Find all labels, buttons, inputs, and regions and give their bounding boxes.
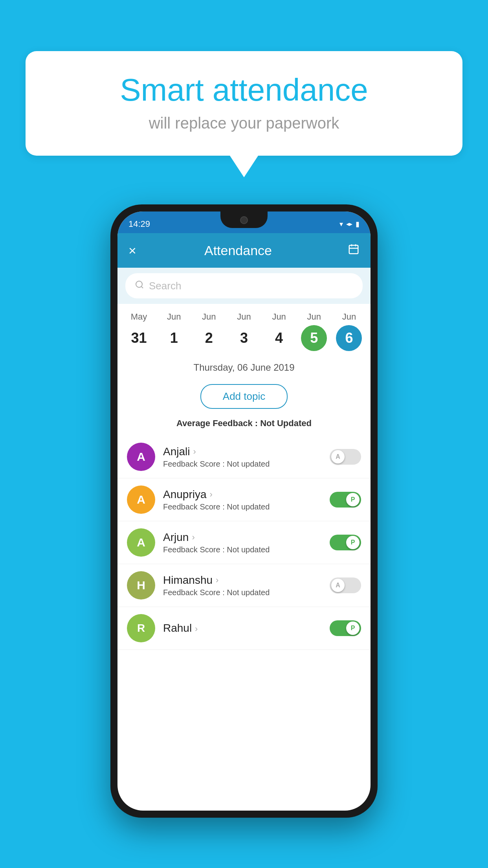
- cal-day-3[interactable]: Jun 3: [228, 312, 260, 351]
- search-bar-container: Search: [117, 268, 371, 304]
- attendance-toggle-anupriya[interactable]: P: [330, 492, 361, 508]
- cal-month-5: Jun: [307, 312, 321, 322]
- student-feedback-anjali: Feedback Score : Not updated: [163, 460, 322, 469]
- cal-date-4[interactable]: 4: [266, 325, 292, 351]
- student-info-anjali: Anjali › Feedback Score : Not updated: [163, 445, 322, 469]
- cal-month-0: May: [131, 312, 147, 322]
- add-topic-button[interactable]: Add topic: [200, 384, 288, 409]
- student-info-arjun: Arjun › Feedback Score : Not updated: [163, 531, 322, 554]
- toggle-partial[interactable]: P: [330, 620, 361, 636]
- svg-rect-0: [349, 245, 358, 254]
- toggle-arjun[interactable]: P: [330, 535, 361, 550]
- avg-feedback-value: Not Updated: [260, 418, 312, 428]
- student-item-anjali[interactable]: A Anjali › Feedback Score : Not updated …: [117, 436, 371, 478]
- student-info-anupriya: Anupriya › Feedback Score : Not updated: [163, 488, 322, 511]
- cal-date-3[interactable]: 3: [231, 325, 257, 351]
- svg-line-5: [141, 286, 143, 288]
- avatar-himanshu: H: [127, 571, 155, 600]
- bubble-title: Smart attendance: [49, 73, 439, 107]
- student-feedback-anupriya: Feedback Score : Not updated: [163, 502, 322, 511]
- toggle-anupriya[interactable]: P: [330, 492, 361, 508]
- cal-month-1: Jun: [167, 312, 181, 322]
- chevron-icon-anjali: ›: [193, 447, 196, 457]
- bubble-subtitle: will replace your paperwork: [49, 114, 439, 132]
- student-info-himanshu: Himanshu › Feedback Score : Not updated: [163, 574, 322, 597]
- chevron-icon-himanshu: ›: [216, 575, 218, 585]
- chevron-icon-anupriya: ›: [210, 489, 213, 500]
- phone-frame: 14:29 ▾ ◂▸ ▮ × Attendance: [110, 204, 378, 818]
- attendance-toggle-himanshu[interactable]: A: [330, 577, 361, 593]
- student-feedback-himanshu: Feedback Score : Not updated: [163, 588, 322, 597]
- search-bar[interactable]: Search: [125, 273, 363, 298]
- cal-day-5[interactable]: Jun 5: [298, 312, 330, 351]
- battery-icon: ▮: [356, 220, 360, 228]
- toggle-thumb-arjun: P: [346, 536, 360, 549]
- phone-notch: [220, 211, 268, 228]
- student-name-anjali: Anjali ›: [163, 445, 322, 458]
- cal-day-1[interactable]: Jun 1: [158, 312, 190, 351]
- student-info-partial: Rahul ›: [163, 622, 322, 634]
- student-item-himanshu[interactable]: H Himanshu › Feedback Score : Not update…: [117, 564, 371, 607]
- attendance-toggle-anjali[interactable]: A: [330, 449, 361, 465]
- student-name-himanshu: Himanshu ›: [163, 574, 322, 587]
- avatar-anupriya: A: [127, 485, 155, 514]
- search-icon: [135, 280, 144, 292]
- camera: [240, 216, 248, 224]
- cal-day-6[interactable]: Jun 6: [333, 312, 365, 351]
- search-input-placeholder[interactable]: Search: [149, 280, 181, 292]
- student-item-arjun[interactable]: A Arjun › Feedback Score : Not updated P: [117, 521, 371, 564]
- chevron-icon-arjun: ›: [192, 532, 194, 542]
- cal-month-6: Jun: [342, 312, 356, 322]
- avg-feedback-label: Average Feedback :: [176, 418, 260, 428]
- phone-wrapper: 14:29 ▾ ◂▸ ▮ × Attendance: [110, 204, 378, 818]
- avatar-partial: R: [127, 614, 155, 642]
- cal-month-3: Jun: [237, 312, 251, 322]
- toggle-thumb-anjali: A: [331, 450, 345, 463]
- speech-bubble-container: Smart attendance will replace your paper…: [26, 51, 462, 156]
- student-feedback-arjun: Feedback Score : Not updated: [163, 545, 322, 554]
- wifi-icon: ▾: [339, 220, 343, 228]
- student-item-anupriya[interactable]: A Anupriya › Feedback Score : Not update…: [117, 478, 371, 521]
- avatar-anjali: A: [127, 443, 155, 471]
- avg-feedback: Average Feedback : Not Updated: [117, 415, 371, 436]
- cal-month-4: Jun: [272, 312, 286, 322]
- app-bar-title: Attendance: [128, 243, 348, 258]
- cal-day-2[interactable]: Jun 2: [193, 312, 225, 351]
- attendance-toggle-arjun[interactable]: P: [330, 535, 361, 550]
- status-icons: ▾ ◂▸ ▮: [339, 220, 360, 228]
- student-name-arjun: Arjun ›: [163, 531, 322, 544]
- toggle-thumb-himanshu: A: [331, 579, 345, 592]
- calendar-icon[interactable]: [348, 243, 360, 258]
- status-time: 14:29: [128, 219, 150, 229]
- calendar-strip: May 31 Jun 1 Jun 2 Jun 3 Jun 4: [117, 304, 371, 355]
- student-item-partial: R Rahul › P: [117, 607, 371, 650]
- speech-bubble: Smart attendance will replace your paper…: [26, 51, 462, 156]
- toggle-thumb-anupriya: P: [346, 493, 360, 506]
- cal-date-0[interactable]: 31: [126, 325, 152, 351]
- phone-screen: 14:29 ▾ ◂▸ ▮ × Attendance: [117, 211, 371, 811]
- signal-icon: ◂▸: [346, 220, 352, 228]
- toggle-anjali[interactable]: A: [330, 449, 361, 465]
- student-name-partial: Rahul ›: [163, 622, 322, 634]
- avatar-arjun: A: [127, 528, 155, 557]
- student-list: A Anjali › Feedback Score : Not updated …: [117, 436, 371, 650]
- svg-point-4: [136, 281, 142, 287]
- selected-date: Thursday, 06 June 2019: [117, 355, 371, 377]
- cal-day-0[interactable]: May 31: [123, 312, 155, 351]
- cal-day-4[interactable]: Jun 4: [263, 312, 295, 351]
- cal-date-5-today[interactable]: 5: [301, 325, 327, 351]
- app-bar: × Attendance: [117, 233, 371, 268]
- cal-month-2: Jun: [202, 312, 216, 322]
- cal-date-6-selected[interactable]: 6: [336, 325, 362, 351]
- toggle-himanshu[interactable]: A: [330, 577, 361, 593]
- cal-date-2[interactable]: 2: [196, 325, 222, 351]
- cal-date-1[interactable]: 1: [161, 325, 187, 351]
- student-name-anupriya: Anupriya ›: [163, 488, 322, 501]
